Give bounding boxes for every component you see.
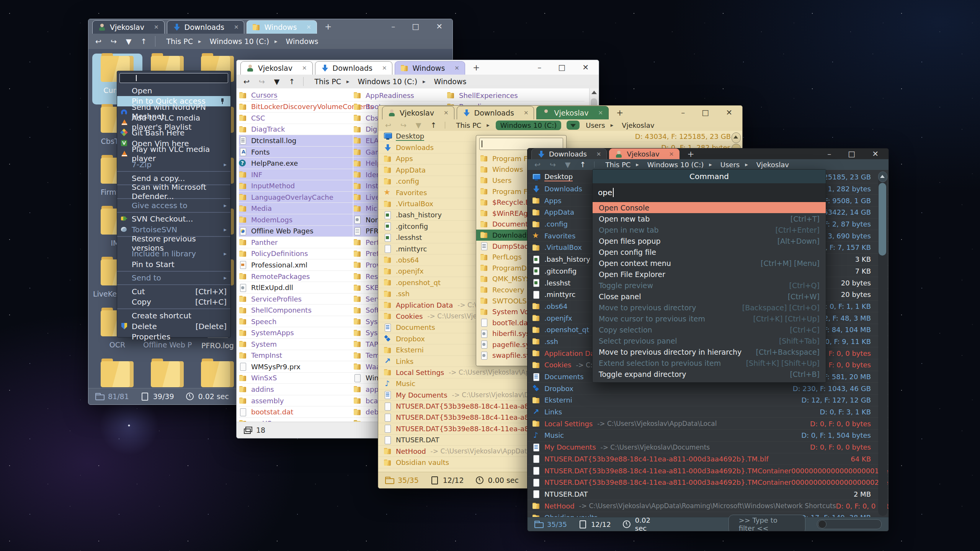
breadcrumb-segment[interactable]: This PC bbox=[454, 121, 492, 130]
file-row[interactable]: NTUSER.DAT{53b39e88-18c4-11ea-a811-000d3… bbox=[528, 453, 889, 465]
file-row[interactable]: Music D: 0, F: 1, 504 bytes bbox=[528, 430, 889, 442]
file-row[interactable]: NTUSER.DAT 2 MB bbox=[528, 489, 889, 500]
breadcrumb-segment[interactable]: Windows bbox=[284, 36, 321, 46]
type-to-filter-button[interactable]: >> Type to filter << bbox=[728, 515, 805, 531]
tab[interactable]: Vjekoslav ✕ bbox=[382, 106, 454, 119]
back-icon[interactable]: ↩ bbox=[385, 121, 391, 129]
context-menu-item[interactable]: Send to ▸ bbox=[117, 273, 230, 284]
file-row[interactable]: Links D: 0, F: 3, 1 KB bbox=[528, 406, 889, 418]
command-row[interactable]: Close panel [Ctrl+W] bbox=[593, 291, 826, 302]
file-row[interactable]: Professional.xml bbox=[239, 259, 353, 271]
file-row[interactable]: assembly bbox=[239, 395, 353, 407]
tab-close-icon[interactable]: ✕ bbox=[302, 65, 307, 72]
tab[interactable]: Windows ✕ bbox=[395, 61, 465, 75]
context-menu-item[interactable] bbox=[117, 171, 230, 172]
tab[interactable]: Vjekoslav ✕ bbox=[240, 61, 313, 75]
breadcrumb-segment[interactable]: This PC bbox=[164, 36, 203, 46]
titlebar[interactable]: Vjekoslav ✕ Downloads ✕ Windows ✕ + – □ … bbox=[88, 19, 452, 34]
file-row[interactable]: Speech bbox=[239, 316, 353, 328]
command-row[interactable]: Open files popup [Alt+Down] bbox=[593, 235, 826, 246]
tab[interactable]: Vjekoslav ✕ bbox=[92, 20, 165, 34]
breadcrumb-segment[interactable]: Windows 10 (C:) bbox=[207, 36, 280, 46]
context-menu-item[interactable]: Open bbox=[117, 85, 230, 96]
tab-close-icon[interactable]: ✕ bbox=[306, 24, 311, 31]
tab[interactable]: Vjekoslav ✕ bbox=[609, 148, 679, 159]
context-menu-item[interactable] bbox=[117, 212, 230, 213]
command-row[interactable]: Open in new tab [Ctrl+Enter] bbox=[593, 224, 826, 235]
file-row[interactable]: NetHood -> C:\Users\Vjekoslav\AppData\Ro… bbox=[528, 500, 889, 512]
titlebar[interactable]: Vjekoslav ✕ Downloads ✕ Vjekoslav ✕ + – … bbox=[378, 106, 742, 119]
file-row[interactable]: LanguageOverlayCache bbox=[239, 192, 353, 203]
close-button[interactable]: ✕ bbox=[726, 108, 732, 117]
file-row[interactable]: DiagTrack bbox=[239, 124, 353, 135]
tab[interactable]: Vjekoslav ✕ bbox=[536, 106, 609, 119]
file-row[interactable]: INF bbox=[239, 169, 353, 181]
context-menu-item[interactable]: Cut [Ctrl+X] bbox=[117, 286, 230, 297]
breadcrumb-segment[interactable]: Vjekoslav bbox=[754, 160, 791, 170]
context-menu-item[interactable]: Properties bbox=[117, 331, 230, 342]
close-button[interactable]: ✕ bbox=[436, 22, 443, 31]
tab[interactable]: Downloads ✕ bbox=[531, 148, 607, 159]
file-row[interactable]: Panther bbox=[239, 237, 353, 248]
context-menu-item[interactable]: Scan with Microsoft Defender... bbox=[117, 186, 230, 197]
file-row[interactable]: WinSxS bbox=[239, 373, 353, 384]
file-row[interactable]: HelpPane.exe bbox=[239, 158, 353, 169]
new-tab-button[interactable]: + bbox=[616, 108, 623, 117]
file-row[interactable]: Media bbox=[239, 203, 353, 214]
file-row[interactable]: InputMethod bbox=[239, 180, 353, 192]
history-dropdown-icon[interactable]: ▼ bbox=[565, 160, 571, 169]
breadcrumb-segment[interactable]: This PC bbox=[603, 160, 641, 170]
back-icon[interactable]: ↩ bbox=[95, 37, 101, 46]
breadcrumb-segment[interactable]: Windows bbox=[432, 77, 469, 86]
forward-icon[interactable]: ↪ bbox=[259, 77, 265, 86]
context-menu-item[interactable] bbox=[117, 271, 230, 272]
maximize-button[interactable]: □ bbox=[848, 149, 855, 158]
file-row[interactable]: PolicyDefinitions bbox=[239, 248, 353, 260]
file-row[interactable]: Fonts bbox=[239, 147, 353, 158]
command-row[interactable]: Extend selection to previous item [Shift… bbox=[593, 357, 826, 368]
context-menu-item[interactable]: SVN Checkout... bbox=[117, 214, 230, 225]
new-tab-button[interactable]: + bbox=[325, 22, 332, 31]
minimize-button[interactable]: – bbox=[537, 63, 541, 72]
file-row[interactable]: WMSysPr9.prx bbox=[239, 361, 353, 373]
context-menu-item[interactable]: Restore previous versions bbox=[117, 238, 230, 249]
command-row[interactable]: Copy selection [Ctrl+C] bbox=[593, 324, 826, 335]
file-row[interactable]: SystemApps bbox=[239, 327, 353, 339]
context-menu-item[interactable] bbox=[117, 284, 230, 285]
tab-close-icon[interactable]: ✕ bbox=[454, 65, 459, 72]
file-row[interactable]: AppReadiness bbox=[353, 90, 446, 101]
forward-icon[interactable]: ↪ bbox=[111, 37, 117, 46]
file-row[interactable]: ServiceProfiles bbox=[239, 293, 353, 305]
forward-icon[interactable]: ↪ bbox=[400, 121, 407, 129]
maximize-button[interactable]: □ bbox=[412, 22, 419, 31]
context-menu-item[interactable]: Give access to ▸ bbox=[117, 200, 230, 211]
command-row[interactable]: Open context menu [Ctrl+M] [Menu] bbox=[593, 258, 826, 269]
breadcrumb-segment[interactable] bbox=[567, 121, 580, 130]
context-menu-item[interactable]: TortoiseSVN ▸ bbox=[117, 224, 230, 235]
up-icon[interactable]: ↑ bbox=[580, 160, 586, 169]
tab-close-icon[interactable]: ✕ bbox=[444, 109, 449, 116]
new-tab-button[interactable]: + bbox=[473, 63, 480, 72]
command-row[interactable]: Toggle expand directory [Ctrl+B] bbox=[593, 368, 826, 380]
context-menu-item[interactable]: Copy [Ctrl+C] bbox=[117, 297, 230, 308]
context-menu-item[interactable]: Delete [Delete] bbox=[117, 321, 230, 332]
scroll-up-icon[interactable] bbox=[733, 135, 738, 139]
scroll-up-icon[interactable] bbox=[880, 175, 885, 178]
command-row[interactable]: Open new tab [Ctrl+T] bbox=[593, 213, 826, 224]
history-dropdown-icon[interactable]: ▼ bbox=[416, 121, 421, 129]
up-icon[interactable]: ↑ bbox=[289, 77, 295, 86]
command-row[interactable]: Move cursor to previous item [Ctrl+K] [C… bbox=[593, 313, 826, 324]
file-row[interactable]: Local Settings -> C:\Users\Vjekoslav\App… bbox=[528, 418, 889, 430]
tab[interactable]: Downloads ✕ bbox=[315, 61, 393, 75]
file-row[interactable]: System bbox=[239, 339, 353, 350]
tab[interactable]: Windows ✕ bbox=[247, 20, 317, 34]
tab-close-icon[interactable]: ✕ bbox=[234, 24, 239, 31]
up-icon[interactable]: ↑ bbox=[430, 121, 436, 129]
file-row[interactable]: Eksterni D: 12, F: 127, 12 GB bbox=[528, 395, 889, 406]
context-menu-item[interactable]: Send a copy... bbox=[117, 173, 230, 184]
context-menu-item[interactable]: Create shortcut bbox=[117, 310, 230, 321]
breadcrumb-segment[interactable]: Users bbox=[583, 121, 616, 130]
file-row[interactable]: NTUSER.DAT{53b39e88-18c4-11ea-a811-000d3… bbox=[528, 465, 889, 477]
new-tab-button[interactable]: + bbox=[687, 149, 694, 159]
file-row[interactable]: BitLockerDiscoveryVolumeContents bbox=[239, 101, 353, 113]
